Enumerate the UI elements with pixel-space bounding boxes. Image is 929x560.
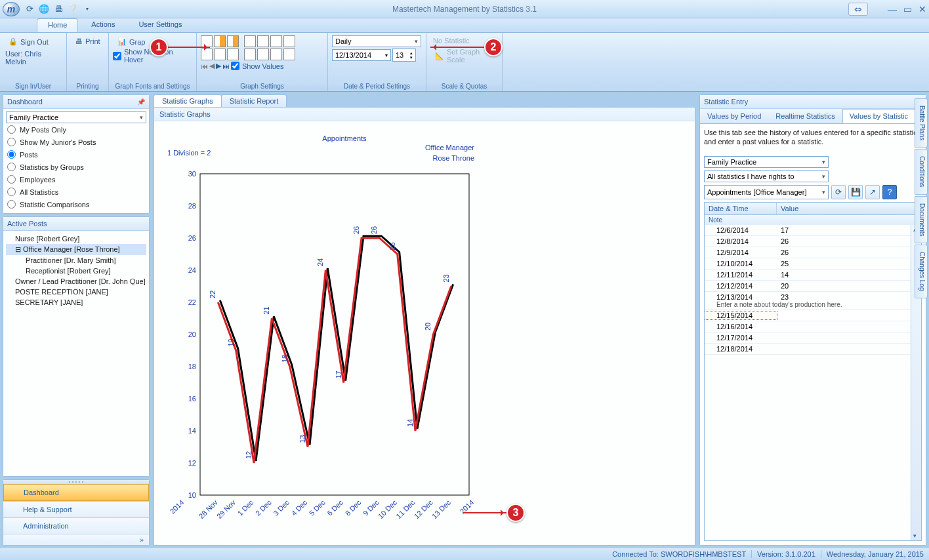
- cell-datetime[interactable]: 12/6/2014: [705, 226, 777, 234]
- filter-radio-0[interactable]: My Posts Only: [6, 123, 146, 136]
- layout-icon-4[interactable]: [244, 35, 256, 47]
- refresh-button[interactable]: ⟳: [831, 185, 846, 199]
- tree-item[interactable]: Practitioner [Dr. Mary Smith]: [6, 255, 146, 266]
- show-values-checkbox[interactable]: Show Values: [231, 62, 283, 70]
- cell-value[interactable]: [777, 323, 921, 330]
- cell-datetime[interactable]: 12/15/2014: [705, 311, 777, 319]
- cell-datetime[interactable]: 12/17/2014: [705, 334, 777, 342]
- entry-grid-row[interactable]: 12/13/201423Enter a note about today's p…: [705, 292, 921, 310]
- nav-last-icon[interactable]: ⏭: [222, 62, 230, 70]
- subtab-values-by-statistic[interactable]: Values by Statistic: [842, 109, 915, 124]
- filter-radio-6[interactable]: Statistic Comparisons: [6, 198, 146, 210]
- filter-radio-2[interactable]: Posts: [6, 148, 146, 161]
- cell-value[interactable]: 26: [777, 249, 921, 256]
- filter-radio-input[interactable]: [7, 163, 16, 171]
- subtab-values-by-period[interactable]: Values by Period: [700, 109, 768, 123]
- tree-item[interactable]: Receptionist [Robert Grey]: [6, 266, 146, 276]
- layout-icon-9[interactable]: [214, 49, 226, 60]
- nav-dashboard[interactable]: Dashboard: [3, 484, 149, 501]
- entry-combo-statistic[interactable]: Appointments [Office Manager]: [704, 185, 829, 199]
- tab-user-settings[interactable]: User Settings: [128, 18, 192, 32]
- cell-value[interactable]: 26: [777, 237, 921, 245]
- cell-datetime[interactable]: 12/16/2014: [705, 323, 777, 330]
- filter-radio-5[interactable]: All Statistics: [6, 186, 146, 198]
- save-button[interactable]: 💾: [848, 185, 863, 199]
- filter-radio-1[interactable]: Show My Junior's Posts: [6, 136, 146, 148]
- show-notes-input[interactable]: [113, 52, 121, 60]
- entry-grid-row[interactable]: 12/9/201426: [705, 247, 921, 258]
- entry-grid-row[interactable]: 12/6/201417: [705, 225, 921, 236]
- cell-value[interactable]: 23: [777, 293, 921, 301]
- filter-radio-input[interactable]: [7, 150, 16, 159]
- tree-item[interactable]: Nurse [Robert Grey]: [6, 233, 146, 244]
- nav-administration[interactable]: Administration: [3, 517, 149, 534]
- entry-grid-row[interactable]: 12/15/2014: [705, 310, 921, 321]
- cell-datetime[interactable]: 12/11/2014: [705, 271, 777, 279]
- print-button[interactable]: 🖶Print: [71, 35, 105, 47]
- nav-first-icon[interactable]: ⏮: [201, 62, 208, 70]
- tab-home[interactable]: Home: [37, 18, 78, 32]
- tree-item[interactable]: ⊟ Office Manager [Rose Throne]: [6, 244, 146, 255]
- layout-icon-6[interactable]: [270, 35, 282, 47]
- cell-datetime[interactable]: 12/10/2014: [705, 260, 777, 268]
- layout-icon-10[interactable]: [227, 49, 239, 60]
- cell-value[interactable]: 25: [777, 260, 921, 268]
- cell-value[interactable]: 17: [777, 226, 921, 234]
- layout-icon-12[interactable]: [257, 49, 269, 60]
- rail-battle-plans[interactable]: Battle Plans: [915, 98, 928, 148]
- layout-icon-11[interactable]: [244, 49, 256, 60]
- close-icon[interactable]: ✕: [919, 4, 926, 14]
- nav-prev-icon[interactable]: ◀: [209, 62, 215, 70]
- rail-changes-log[interactable]: Changes Log: [915, 245, 928, 298]
- filter-radio-3[interactable]: Statistics by Groups: [6, 161, 146, 173]
- mdi-badge-icon[interactable]: ⇔: [848, 3, 868, 16]
- maximize-icon[interactable]: ▭: [903, 4, 912, 14]
- subtab-realtime[interactable]: Realtime Statistics: [768, 109, 842, 123]
- show-values-input[interactable]: [231, 62, 239, 70]
- nav-help-support[interactable]: Help & Support: [3, 501, 149, 517]
- entry-grid-row[interactable]: 12/17/2014: [705, 332, 921, 344]
- graph-fonts-button[interactable]: 📊Grap: [113, 35, 150, 48]
- nav-overflow[interactable]: »: [3, 534, 149, 545]
- entry-combo-rights[interactable]: All statistics I have rights to: [704, 170, 829, 182]
- globe-icon[interactable]: 🌐: [38, 3, 50, 15]
- rail-documents[interactable]: Documents: [915, 196, 928, 244]
- entry-grid-row[interactable]: 12/18/2014: [705, 344, 921, 355]
- layout-icon-3[interactable]: [227, 35, 239, 47]
- filter-radio-input[interactable]: [7, 138, 16, 146]
- layout-icon-7[interactable]: [283, 35, 295, 47]
- cell-datetime[interactable]: 12/18/2014: [705, 345, 777, 353]
- filter-radio-input[interactable]: [7, 188, 16, 196]
- date-picker[interactable]: 12/13/2014▾: [332, 49, 391, 61]
- nav-next-icon[interactable]: ▶: [216, 62, 221, 70]
- entry-grid-row[interactable]: 12/10/201425: [705, 258, 921, 270]
- tree-item[interactable]: Owner / Lead Practitioner [Dr. John Que]: [6, 276, 146, 287]
- cell-value[interactable]: [777, 345, 921, 353]
- cell-note[interactable]: Enter a note about today's production he…: [705, 301, 921, 308]
- cell-value[interactable]: [777, 311, 921, 319]
- filter-radio-input[interactable]: [7, 200, 16, 209]
- entry-grid-row[interactable]: 12/8/201426: [705, 236, 921, 247]
- cell-value[interactable]: [777, 334, 921, 342]
- rail-conditions[interactable]: Conditions: [915, 149, 928, 194]
- entry-grid-row[interactable]: 12/12/201420: [705, 281, 921, 292]
- entry-combo-practice[interactable]: Family Practice: [704, 156, 829, 168]
- col-header-datetime[interactable]: Date & Time: [705, 203, 777, 214]
- app-logo[interactable]: m: [3, 2, 20, 16]
- entry-grid-row[interactable]: 12/11/201414: [705, 270, 921, 281]
- filter-radio-input[interactable]: [7, 125, 16, 134]
- col-header-value[interactable]: Value: [777, 203, 921, 214]
- entry-grid-row[interactable]: 12/16/2014: [705, 321, 921, 332]
- tab-actions[interactable]: Actions: [81, 18, 125, 32]
- print-icon[interactable]: 🖶: [52, 3, 64, 15]
- tab-statistic-report[interactable]: Statistic Report: [221, 94, 287, 107]
- tree-item[interactable]: POSTE RECEPTION [JANE]: [6, 287, 146, 297]
- export-button[interactable]: ↗: [865, 185, 880, 199]
- pin-icon[interactable]: 📌: [137, 98, 145, 106]
- tab-statistic-graphs[interactable]: Statistic Graphs: [154, 94, 222, 107]
- help-icon[interactable]: ❔: [67, 3, 79, 15]
- period-count-spinner[interactable]: 13▴▾: [392, 49, 416, 62]
- minimize-icon[interactable]: —: [888, 4, 897, 14]
- qat-dropdown-icon[interactable]: ▾: [81, 3, 93, 15]
- period-combo[interactable]: Daily: [332, 35, 421, 47]
